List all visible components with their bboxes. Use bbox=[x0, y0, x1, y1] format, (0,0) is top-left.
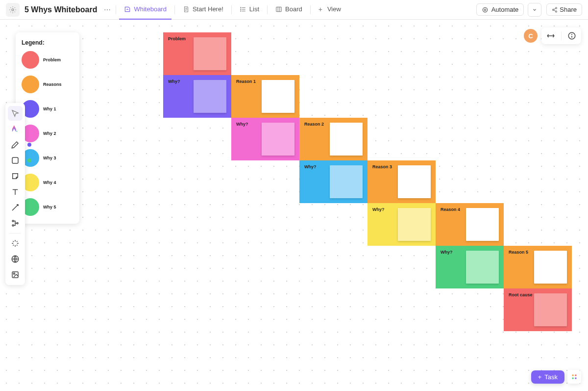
legend-label: Why 2 bbox=[43, 131, 56, 136]
mindmap-tool[interactable] bbox=[8, 216, 23, 231]
web-tool[interactable] bbox=[8, 252, 23, 266]
card-sticky-note[interactable] bbox=[398, 165, 431, 198]
legend-label: Why 5 bbox=[43, 205, 56, 209]
plus-icon: + bbox=[318, 5, 322, 13]
whiteboard-canvas[interactable]: Legend: ProblemReasonsWhy 1Why 2Why 3Why… bbox=[1, 21, 587, 390]
sticky-note-tool[interactable] bbox=[8, 169, 23, 183]
new-task-button[interactable]: + Task bbox=[531, 370, 564, 384]
pen-color-dot bbox=[27, 143, 31, 147]
legend-item[interactable]: Reasons bbox=[22, 76, 74, 93]
legend-label: Why 1 bbox=[43, 106, 56, 111]
tab-list[interactable]: List bbox=[235, 0, 264, 20]
whiteboard-card[interactable]: Root cause bbox=[504, 288, 572, 331]
svg-point-29 bbox=[575, 377, 577, 379]
connector-tool[interactable] bbox=[8, 200, 23, 215]
whiteboard-card[interactable]: Reason 1 bbox=[231, 75, 299, 118]
more-icon[interactable]: ⋯ bbox=[102, 5, 113, 15]
user-avatar[interactable]: C bbox=[524, 29, 538, 43]
card-sticky-note[interactable] bbox=[194, 37, 226, 70]
image-tool[interactable] bbox=[8, 267, 23, 282]
share-button[interactable]: Share bbox=[546, 3, 582, 16]
svg-point-25 bbox=[572, 34, 572, 35]
apps-button[interactable] bbox=[567, 370, 581, 384]
legend-item[interactable]: Why 1 bbox=[22, 100, 74, 118]
svg-line-15 bbox=[554, 8, 556, 9]
tab-start-here[interactable]: Start Here! bbox=[178, 0, 228, 20]
whiteboard-card[interactable]: Why? bbox=[368, 203, 436, 246]
tab-label: Whiteboard bbox=[134, 5, 166, 13]
svg-rect-7 bbox=[276, 7, 282, 11]
tab-whiteboard[interactable]: Whiteboard bbox=[119, 0, 171, 20]
legend-item[interactable]: Why 2 bbox=[22, 125, 74, 142]
text-tool[interactable] bbox=[8, 184, 23, 199]
legend-color-swatch bbox=[22, 76, 39, 93]
legend-label: Reasons bbox=[43, 82, 62, 87]
whiteboard-card[interactable]: Reason 4 bbox=[436, 203, 504, 246]
canvas-top-right-controls: C bbox=[524, 27, 581, 44]
whiteboard-card[interactable]: Why? bbox=[231, 118, 299, 160]
svg-point-11 bbox=[484, 9, 486, 11]
sticky-color-dot bbox=[27, 174, 31, 178]
card-sticky-note[interactable] bbox=[330, 165, 363, 198]
legend-item[interactable]: Problem bbox=[22, 51, 74, 69]
svg-point-28 bbox=[572, 377, 574, 379]
card-sticky-note[interactable] bbox=[194, 80, 226, 113]
whiteboard-card[interactable]: Why? bbox=[299, 160, 368, 203]
legend-title: Legend: bbox=[22, 39, 74, 46]
svg-point-6 bbox=[241, 10, 241, 11]
card-sticky-note[interactable] bbox=[262, 123, 294, 156]
whiteboard-toolbox bbox=[5, 103, 25, 285]
shape-tool[interactable] bbox=[8, 153, 23, 168]
fit-width-icon[interactable] bbox=[545, 30, 556, 41]
svg-point-12 bbox=[556, 7, 557, 9]
svg-point-10 bbox=[483, 7, 487, 12]
svg-point-19 bbox=[12, 225, 14, 226]
legend-label: Problem bbox=[43, 57, 61, 62]
whiteboard-card[interactable]: Reason 3 bbox=[368, 160, 436, 203]
select-tool[interactable] bbox=[8, 106, 23, 121]
tab-label: List bbox=[249, 5, 259, 13]
card-sticky-note[interactable] bbox=[466, 251, 499, 284]
legend-item[interactable]: Why 5 bbox=[22, 198, 74, 216]
tab-label: View bbox=[327, 5, 341, 13]
whiteboard-card[interactable]: Why? bbox=[163, 75, 231, 118]
card-sticky-note[interactable] bbox=[534, 251, 567, 284]
svg-point-27 bbox=[575, 374, 577, 376]
doc-settings-icon[interactable] bbox=[6, 3, 20, 17]
svg-point-18 bbox=[12, 220, 14, 222]
whiteboard-card[interactable]: Reason 5 bbox=[504, 246, 572, 288]
sparkle-tool[interactable] bbox=[8, 236, 23, 251]
tab-board[interactable]: Board bbox=[270, 0, 307, 20]
tab-add-view[interactable]: + View bbox=[314, 0, 346, 20]
whiteboard-card[interactable]: Reason 2 bbox=[299, 118, 368, 160]
legend-panel[interactable]: Legend: ProblemReasonsWhy 1Why 2Why 3Why… bbox=[16, 32, 79, 224]
card-sticky-note[interactable] bbox=[466, 208, 499, 241]
legend-item[interactable]: Why 3 bbox=[22, 149, 74, 167]
page-title[interactable]: 5 Whys Whiteboard bbox=[24, 5, 97, 14]
tab-label: Board bbox=[285, 5, 302, 13]
svg-line-16 bbox=[554, 10, 556, 11]
svg-point-26 bbox=[572, 374, 574, 376]
plus-icon: + bbox=[538, 373, 542, 381]
whiteboard-card[interactable]: Problem bbox=[163, 32, 231, 75]
legend-label: Why 3 bbox=[43, 156, 56, 160]
automate-button[interactable]: Automate bbox=[476, 3, 524, 16]
svg-point-5 bbox=[241, 9, 241, 9]
svg-rect-22 bbox=[12, 272, 18, 278]
svg-point-4 bbox=[241, 7, 241, 7]
pen-tool[interactable] bbox=[8, 137, 23, 152]
card-sticky-note[interactable] bbox=[330, 123, 363, 156]
svg-point-14 bbox=[556, 11, 557, 12]
legend-label: Why 4 bbox=[43, 180, 56, 185]
ai-tool[interactable] bbox=[8, 122, 23, 136]
card-sticky-note[interactable] bbox=[534, 293, 567, 326]
card-sticky-note[interactable] bbox=[262, 80, 294, 113]
shape-color-dot bbox=[27, 158, 31, 162]
top-bar: 5 Whys Whiteboard ⋯ Whiteboard Start Her… bbox=[0, 0, 588, 20]
card-sticky-note[interactable] bbox=[398, 208, 431, 241]
info-icon[interactable] bbox=[566, 30, 577, 41]
whiteboard-card[interactable]: Why? bbox=[436, 246, 504, 288]
svg-point-20 bbox=[17, 223, 18, 224]
svg-point-0 bbox=[12, 9, 14, 11]
automate-dropdown[interactable] bbox=[528, 3, 541, 17]
